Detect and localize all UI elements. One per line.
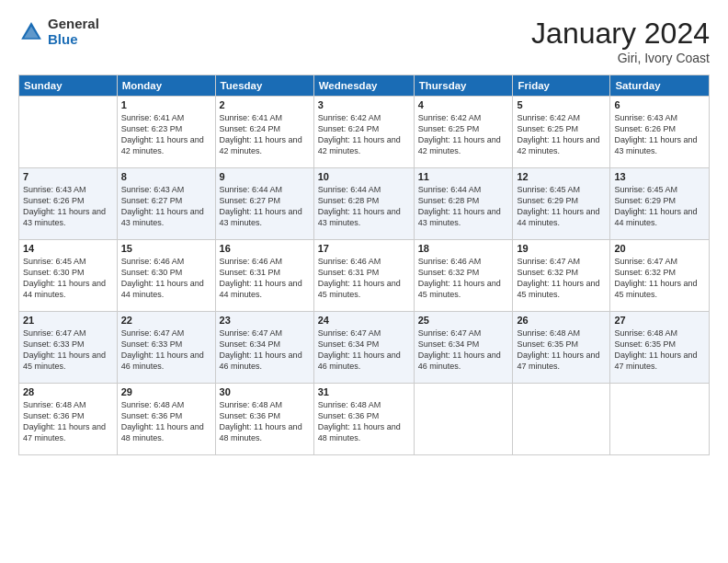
day-number: 5 (517, 99, 606, 110)
day-number: 1 (121, 99, 211, 110)
calendar-cell: 22Sunrise: 6:47 AMSunset: 6:33 PMDayligh… (117, 312, 215, 384)
day-number: 2 (220, 99, 310, 110)
day-info: Sunrise: 6:47 AMSunset: 6:34 PMDaylight:… (318, 327, 410, 373)
day-info: Sunrise: 6:44 AMSunset: 6:28 PMDaylight:… (418, 184, 509, 229)
day-info: Sunrise: 6:42 AMSunset: 6:24 PMDaylight:… (318, 112, 410, 157)
day-number: 12 (517, 171, 606, 182)
calendar-cell: 21Sunrise: 6:47 AMSunset: 6:33 PMDayligh… (19, 312, 118, 384)
day-header-wednesday: Wednesday (313, 75, 414, 97)
calendar-cell: 3Sunrise: 6:42 AMSunset: 6:24 PMDaylight… (313, 97, 414, 168)
calendar-cell: 29Sunrise: 6:48 AMSunset: 6:36 PMDayligh… (117, 384, 215, 455)
day-info: Sunrise: 6:46 AMSunset: 6:31 PMDaylight:… (318, 256, 410, 301)
calendar-cell: 1Sunrise: 6:41 AMSunset: 6:23 PMDaylight… (117, 97, 215, 168)
calendar-cell: 4Sunrise: 6:42 AMSunset: 6:25 PMDaylight… (414, 97, 513, 168)
calendar-cell: 9Sunrise: 6:44 AMSunset: 6:27 PMDaylight… (215, 168, 313, 240)
calendar-cell: 5Sunrise: 6:42 AMSunset: 6:25 PMDaylight… (513, 97, 610, 168)
calendar-cell: 6Sunrise: 6:43 AMSunset: 6:26 PMDaylight… (610, 97, 710, 168)
calendar-cell: 28Sunrise: 6:48 AMSunset: 6:36 PMDayligh… (19, 384, 118, 455)
day-info: Sunrise: 6:44 AMSunset: 6:27 PMDaylight:… (220, 184, 310, 229)
calendar-cell (19, 97, 118, 168)
day-info: Sunrise: 6:48 AMSunset: 6:35 PMDaylight:… (614, 327, 705, 373)
day-number: 16 (220, 243, 310, 254)
day-number: 7 (23, 171, 113, 182)
day-number: 31 (318, 386, 410, 397)
calendar-cell: 30Sunrise: 6:48 AMSunset: 6:36 PMDayligh… (215, 384, 313, 455)
logo-general-text: General (48, 17, 99, 32)
day-number: 6 (614, 99, 705, 110)
day-info: Sunrise: 6:45 AMSunset: 6:29 PMDaylight:… (614, 184, 705, 229)
day-header-sunday: Sunday (19, 75, 118, 97)
calendar-week-row: 7Sunrise: 6:43 AMSunset: 6:26 PMDaylight… (19, 168, 710, 240)
day-header-thursday: Thursday (414, 75, 513, 97)
logo-icon (18, 19, 44, 45)
day-number: 15 (121, 243, 211, 254)
day-header-tuesday: Tuesday (215, 75, 313, 97)
logo: General Blue (18, 17, 99, 47)
day-number: 30 (220, 386, 310, 397)
day-number: 14 (23, 243, 113, 254)
day-info: Sunrise: 6:47 AMSunset: 6:32 PMDaylight:… (517, 256, 606, 301)
day-info: Sunrise: 6:46 AMSunset: 6:31 PMDaylight:… (220, 256, 310, 301)
page: General Blue January 2024 Giri, Ivory Co… (0, 0, 728, 563)
calendar-week-row: 14Sunrise: 6:45 AMSunset: 6:30 PMDayligh… (19, 240, 710, 312)
day-header-friday: Friday (513, 75, 610, 97)
day-number: 24 (318, 315, 410, 326)
calendar-cell: 27Sunrise: 6:48 AMSunset: 6:35 PMDayligh… (610, 312, 710, 384)
day-number: 17 (318, 243, 410, 254)
day-number: 25 (418, 315, 509, 326)
calendar-cell: 23Sunrise: 6:47 AMSunset: 6:34 PMDayligh… (215, 312, 313, 384)
day-number: 27 (614, 315, 705, 326)
calendar-week-row: 28Sunrise: 6:48 AMSunset: 6:36 PMDayligh… (19, 384, 710, 455)
day-info: Sunrise: 6:46 AMSunset: 6:32 PMDaylight:… (418, 256, 509, 301)
calendar-cell (610, 384, 710, 455)
calendar-week-row: 21Sunrise: 6:47 AMSunset: 6:33 PMDayligh… (19, 312, 710, 384)
title-block: January 2024 Giri, Ivory Coast (531, 17, 710, 65)
calendar-cell: 13Sunrise: 6:45 AMSunset: 6:29 PMDayligh… (610, 168, 710, 240)
day-info: Sunrise: 6:48 AMSunset: 6:36 PMDaylight:… (121, 399, 211, 444)
calendar-cell: 24Sunrise: 6:47 AMSunset: 6:34 PMDayligh… (313, 312, 414, 384)
day-number: 18 (418, 243, 509, 254)
day-header-monday: Monday (117, 75, 215, 97)
day-info: Sunrise: 6:43 AMSunset: 6:27 PMDaylight:… (121, 184, 211, 229)
header: General Blue January 2024 Giri, Ivory Co… (18, 17, 710, 65)
logo-blue-text: Blue (48, 32, 99, 48)
day-info: Sunrise: 6:47 AMSunset: 6:34 PMDaylight:… (418, 327, 509, 373)
calendar-cell: 18Sunrise: 6:46 AMSunset: 6:32 PMDayligh… (414, 240, 513, 312)
calendar-cell: 2Sunrise: 6:41 AMSunset: 6:24 PMDaylight… (215, 97, 313, 168)
day-info: Sunrise: 6:44 AMSunset: 6:28 PMDaylight:… (318, 184, 410, 229)
day-number: 4 (418, 99, 509, 110)
day-number: 3 (318, 99, 410, 110)
day-number: 21 (23, 315, 113, 326)
day-number: 11 (418, 171, 509, 182)
day-number: 9 (220, 171, 310, 182)
calendar-cell: 16Sunrise: 6:46 AMSunset: 6:31 PMDayligh… (215, 240, 313, 312)
calendar-cell: 12Sunrise: 6:45 AMSunset: 6:29 PMDayligh… (513, 168, 610, 240)
day-info: Sunrise: 6:42 AMSunset: 6:25 PMDaylight:… (418, 112, 509, 157)
day-info: Sunrise: 6:48 AMSunset: 6:36 PMDaylight:… (220, 399, 310, 444)
calendar-cell (513, 384, 610, 455)
day-info: Sunrise: 6:47 AMSunset: 6:34 PMDaylight:… (220, 327, 310, 373)
day-number: 23 (220, 315, 310, 326)
day-info: Sunrise: 6:41 AMSunset: 6:24 PMDaylight:… (220, 112, 310, 157)
day-info: Sunrise: 6:47 AMSunset: 6:33 PMDaylight:… (23, 327, 113, 373)
day-header-saturday: Saturday (610, 75, 710, 97)
calendar-cell: 7Sunrise: 6:43 AMSunset: 6:26 PMDaylight… (19, 168, 118, 240)
day-number: 26 (517, 315, 606, 326)
calendar-cell: 19Sunrise: 6:47 AMSunset: 6:32 PMDayligh… (513, 240, 610, 312)
day-info: Sunrise: 6:45 AMSunset: 6:29 PMDaylight:… (517, 184, 606, 229)
calendar-cell: 17Sunrise: 6:46 AMSunset: 6:31 PMDayligh… (313, 240, 414, 312)
day-info: Sunrise: 6:47 AMSunset: 6:33 PMDaylight:… (121, 327, 211, 373)
day-info: Sunrise: 6:46 AMSunset: 6:30 PMDaylight:… (121, 256, 211, 301)
day-info: Sunrise: 6:43 AMSunset: 6:26 PMDaylight:… (23, 184, 113, 229)
calendar-cell: 14Sunrise: 6:45 AMSunset: 6:30 PMDayligh… (19, 240, 118, 312)
day-number: 10 (318, 171, 410, 182)
day-info: Sunrise: 6:47 AMSunset: 6:32 PMDaylight:… (614, 256, 705, 301)
location-title: Giri, Ivory Coast (531, 51, 710, 65)
day-number: 8 (121, 171, 211, 182)
day-number: 20 (614, 243, 705, 254)
calendar-header-row: SundayMondayTuesdayWednesdayThursdayFrid… (19, 75, 710, 97)
calendar-cell: 20Sunrise: 6:47 AMSunset: 6:32 PMDayligh… (610, 240, 710, 312)
calendar-cell: 26Sunrise: 6:48 AMSunset: 6:35 PMDayligh… (513, 312, 610, 384)
day-info: Sunrise: 6:48 AMSunset: 6:36 PMDaylight:… (318, 399, 410, 444)
day-number: 13 (614, 171, 705, 182)
